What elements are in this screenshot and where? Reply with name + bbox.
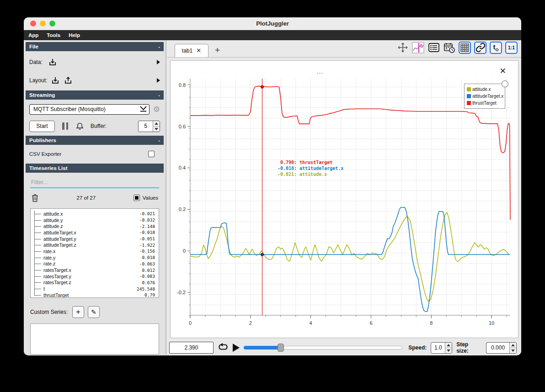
grid-view-icon[interactable]: [459, 42, 471, 54]
timeseries-item[interactable]: thrustTarget0.79: [31, 292, 159, 298]
timeseries-item[interactable]: attitudeTarget.x-0.018: [31, 229, 159, 236]
menu-help[interactable]: Help: [69, 32, 80, 38]
csv-exporter-checkbox[interactable]: [148, 151, 155, 157]
timeseries-item[interactable]: ratesTarget.z0.676: [31, 280, 159, 286]
legend-entry[interactable]: thrustTarget: [467, 100, 502, 106]
time-offset-icon[interactable]: tO: [490, 42, 502, 54]
timeseries-name: attitudeTarget.x: [43, 230, 76, 235]
new-tab-button[interactable]: +: [215, 45, 220, 55]
tree-branch-icon: [34, 280, 43, 286]
edit-custom-series-button[interactable]: ✎: [88, 306, 100, 318]
speed-value: 1.0: [431, 343, 445, 353]
legend-entry[interactable]: attitudeTarget.x: [467, 93, 502, 100]
series-attitudeTarget.x: [190, 207, 510, 312]
tree-branch-icon: [34, 223, 43, 229]
legend-color-swatch: [467, 101, 471, 105]
datetime-scale-icon[interactable]: [443, 42, 455, 54]
legend-series-name: attitude.x: [472, 87, 491, 92]
list-view-icon[interactable]: [427, 42, 440, 54]
play-button[interactable]: [233, 344, 240, 352]
timeseries-item[interactable]: attitudeTarget.y-0.051: [31, 236, 159, 242]
pause-icon[interactable]: [62, 122, 68, 130]
plot-widget[interactable]: ... ✕ -0.200.20.40.60.80246810 attitude.…: [170, 60, 518, 338]
timeseries-item[interactable]: rate.x-0.156: [31, 248, 159, 254]
tree-branch-icon: [34, 242, 43, 248]
timeseries-value: -2.148: [63, 224, 159, 229]
buffer-down-icon[interactable]: [153, 127, 160, 132]
filter-input[interactable]: [30, 177, 159, 187]
file-section-header[interactable]: File -: [26, 42, 164, 51]
move-pan-icon[interactable]: [396, 42, 409, 54]
timeseries-item[interactable]: rate.z-0.063: [31, 261, 159, 267]
speed-down-icon[interactable]: [445, 348, 452, 353]
link-axes-icon[interactable]: [474, 42, 486, 54]
timeseries-value: -0.018: [76, 230, 159, 235]
save-layout-icon[interactable]: [64, 76, 73, 85]
start-streaming-button[interactable]: Start: [29, 121, 55, 132]
timeseries-value: -0.051: [76, 236, 159, 241]
collapse-icon: -: [158, 138, 160, 143]
streaming-source-select[interactable]: MQTT Subscriber (Mosquitto): [29, 104, 150, 115]
csv-exporter-label: CSV Exporter: [29, 151, 61, 157]
time-field[interactable]: 2.390: [169, 342, 214, 354]
menu-app[interactable]: App: [28, 32, 38, 38]
timeseries-item[interactable]: attitude.y-0.032: [31, 217, 159, 223]
timeseries-item[interactable]: t245.548: [31, 286, 159, 292]
tracker-dot: [261, 253, 263, 256]
timeseries-name: attitude.x: [43, 211, 63, 217]
playback-bar: 2.390 Speed: 1.0 Step size: 0.000: [167, 341, 521, 355]
timeseries-item[interactable]: attitude.z-2.148: [31, 223, 159, 229]
close-plot-icon[interactable]: ✕: [500, 66, 506, 76]
step-size-spinbox[interactable]: 0.000: [486, 342, 517, 354]
tab-tab1[interactable]: tab1 ✕: [175, 44, 208, 57]
loop-icon[interactable]: [218, 343, 229, 352]
curve-tracker-icon[interactable]: A: [412, 42, 424, 54]
svg-text:0: 0: [189, 320, 192, 326]
close-tab-icon[interactable]: ✕: [196, 48, 201, 53]
load-layout-icon[interactable]: [51, 76, 60, 85]
timeseries-item[interactable]: rate.y0.018: [31, 254, 159, 261]
add-custom-series-button[interactable]: +: [72, 306, 84, 318]
buffer-up-icon[interactable]: [153, 121, 160, 127]
ratio-1-1-icon[interactable]: 1:1: [505, 42, 518, 54]
titlebar: PlotJuggler: [24, 17, 521, 30]
tree-branch-icon: [34, 261, 43, 267]
custom-series-list[interactable]: [30, 323, 159, 355]
menu-tools[interactable]: Tools: [47, 32, 60, 38]
streaming-section-header[interactable]: Streaming -: [26, 90, 164, 100]
time-slider[interactable]: [244, 344, 402, 352]
tracker-readout-line: 0.790 : thrustTarget: [270, 159, 343, 165]
gear-icon[interactable]: ⚙: [153, 105, 160, 114]
timeseries-item[interactable]: attitudeTarget.z-1.922: [31, 242, 159, 248]
timeseries-name: ratesTarget.z: [43, 280, 71, 285]
values-checkbox[interactable]: [134, 195, 140, 201]
svg-text:0.8: 0.8: [179, 82, 186, 88]
publishers-section-header[interactable]: Publishers -: [26, 136, 164, 145]
timeseries-item[interactable]: ratesTarget.x0.012: [31, 267, 159, 273]
step-up-icon[interactable]: [510, 343, 516, 348]
plot-legend[interactable]: attitude.xattitudeTarget.xthrustTarget: [464, 84, 505, 109]
plot-splitter-handle[interactable]: ...: [317, 68, 323, 75]
sidebar: File - Data: Layout:: [24, 40, 166, 355]
bell-icon[interactable]: [75, 122, 84, 131]
data-menu-arrow-icon[interactable]: [157, 60, 160, 64]
timeseries-name: thrustTarget: [43, 292, 69, 298]
tracker-readout: 0.790 : thrustTarget-0.018 : attitudeTar…: [270, 159, 343, 177]
speed-up-icon[interactable]: [445, 343, 452, 348]
tab-label: tab1: [182, 48, 192, 54]
timeseries-list[interactable]: attitude.x-0.021attitude.y-0.032attitude…: [30, 208, 159, 298]
speed-spinbox[interactable]: 1.0: [431, 342, 452, 354]
timeseries-item[interactable]: ratesTarget.y-0.083: [31, 273, 159, 280]
svg-text:8: 8: [430, 320, 433, 326]
legend-entry[interactable]: attitude.x: [467, 86, 502, 93]
trash-icon[interactable]: [31, 194, 39, 202]
load-data-icon[interactable]: [48, 58, 57, 66]
timeseries-section-header[interactable]: Timeseries List: [26, 164, 164, 173]
legend-handle-icon[interactable]: [502, 80, 508, 87]
step-down-icon[interactable]: [510, 348, 516, 353]
slider-handle[interactable]: [278, 344, 284, 352]
layout-menu-arrow-icon[interactable]: [157, 78, 160, 83]
streaming-section-title: Streaming: [29, 92, 55, 98]
buffer-spinbox[interactable]: 5: [138, 121, 160, 132]
timeseries-item[interactable]: attitude.x-0.021: [31, 211, 159, 217]
